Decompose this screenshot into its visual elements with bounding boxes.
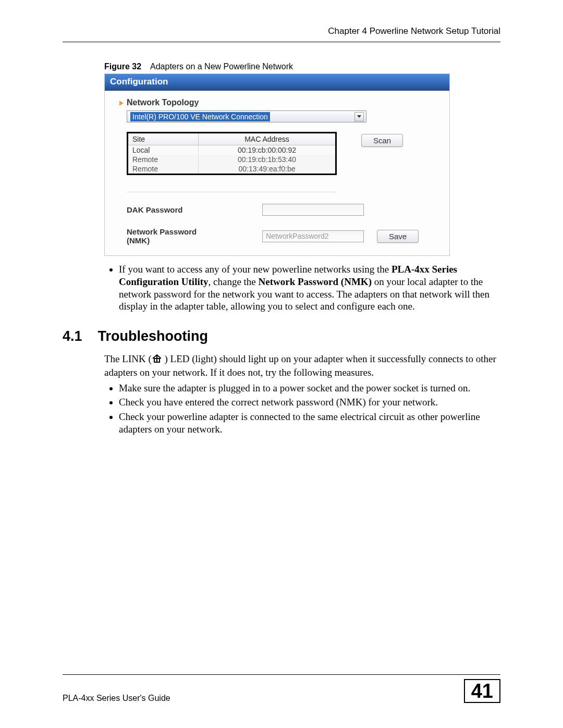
configuration-screenshot: Configuration Network Topology Intel(R) … <box>104 73 450 256</box>
figure-label: Figure 32 <box>104 62 141 71</box>
nmk-input[interactable] <box>262 230 364 242</box>
network-connection-dropdown[interactable]: Intel(R) PRO/100 VE Network Connection <box>127 110 366 122</box>
section-number: 4.1 <box>63 328 82 344</box>
table-row[interactable]: Local 00:19:cb:00:00:92 <box>128 145 336 155</box>
chapter-header: Chapter 4 Powerline Network Setup Tutori… <box>63 26 500 42</box>
list-item: Check you have entered the correct netwo… <box>119 396 500 409</box>
cell-mac: 00:19:cb:00:00:92 <box>199 145 336 155</box>
page-number: 41 <box>464 679 500 703</box>
list-item: Make sure the adapter is plugged in to a… <box>119 382 500 394</box>
nmk-label: Network Password (NMK) <box>127 227 221 245</box>
list-item: Check your powerline adapter is connecte… <box>119 411 500 436</box>
figure-caption-text: Adapters on a New Powerline Network <box>150 62 293 71</box>
section-heading-troubleshooting: 4.1 Troubleshooting <box>63 328 500 344</box>
footer-guide-title: PLA-4xx Series User's Guide <box>63 694 170 703</box>
col-mac: MAC Address <box>199 133 336 145</box>
dak-password-label: DAK Password <box>127 205 221 214</box>
window-title: Configuration <box>105 74 449 91</box>
scan-button[interactable]: Scan <box>361 134 403 147</box>
table-row[interactable]: Remote 00:13:49:ea:f0:be <box>128 164 336 175</box>
cell-site: Remote <box>128 164 199 175</box>
dak-password-input[interactable] <box>262 204 364 216</box>
cell-mac: 00:13:49:ea:f0:be <box>199 164 336 175</box>
cell-mac: 00:19:cb:1b:53:40 <box>199 155 336 164</box>
section-title: Troubleshooting <box>98 328 208 344</box>
cell-site: Local <box>128 145 199 155</box>
home-icon <box>152 354 162 366</box>
troubleshooting-paragraph: The LINK ( ) LED (light) should light up… <box>104 353 500 379</box>
document-page: Chapter 4 Powerline Network Setup Tutori… <box>0 0 563 728</box>
cell-site: Remote <box>128 155 199 164</box>
page-footer: PLA-4xx Series User's Guide 41 <box>63 674 500 703</box>
dropdown-selected: Intel(R) PRO/100 VE Network Connection <box>130 112 270 121</box>
save-button[interactable]: Save <box>377 230 419 243</box>
figure-caption: Figure 32 Adapters on a New Powerline Ne… <box>104 62 500 71</box>
table-row[interactable]: Remote 00:19:cb:1b:53:40 <box>128 155 336 164</box>
tip-use-utility: If you want to access any of your new po… <box>119 263 500 313</box>
chevron-down-icon[interactable] <box>354 112 364 121</box>
col-site: Site <box>128 133 199 145</box>
adapter-table: Site MAC Address Local 00:19:cb:00:00:92… <box>127 132 337 175</box>
section-network-topology: Network Topology <box>119 98 435 107</box>
divider <box>127 188 337 192</box>
